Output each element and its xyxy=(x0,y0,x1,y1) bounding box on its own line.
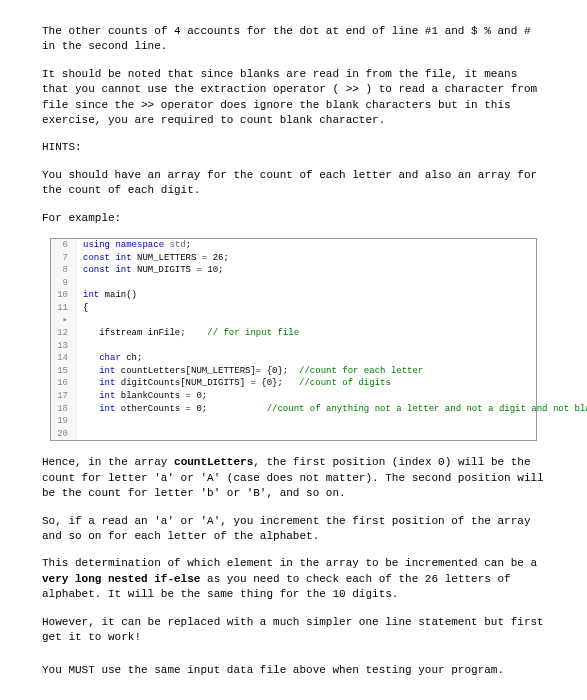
line-number: 10 xyxy=(51,289,77,302)
p5-bold: countLetters xyxy=(174,456,253,468)
line-number: 16 xyxy=(51,377,77,390)
code-row: 11 ▸{ xyxy=(51,302,536,327)
code-line: int digitCounts[NUM_DIGITS] = {0}; //cou… xyxy=(77,377,391,390)
code-row: 14 char ch; xyxy=(51,352,536,365)
paragraph-9: You MUST use the same input data file ab… xyxy=(42,663,545,678)
paragraph-1: The other counts of 4 accounts for the d… xyxy=(42,24,545,55)
code-row: 20 xyxy=(51,428,536,441)
paragraph-8: However, it can be replaced with a much … xyxy=(42,615,545,646)
code-line: int otherCounts = 0; //count of anything… xyxy=(77,403,587,416)
code-line: using namespace std; xyxy=(77,239,191,252)
code-row: 13 xyxy=(51,340,536,353)
code-row: 6using namespace std; xyxy=(51,239,536,252)
code-row: 10int main() xyxy=(51,289,536,302)
line-number: 20 xyxy=(51,428,77,441)
code-row: 16 int digitCounts[NUM_DIGITS] = {0}; //… xyxy=(51,377,536,390)
paragraph-2: It should be noted that since blanks are… xyxy=(42,67,545,129)
code-line: int countLetters[NUM_LETTERS]= {0}; //co… xyxy=(77,365,423,378)
line-number: 13 xyxy=(51,340,77,353)
line-number: 18 xyxy=(51,403,77,416)
paragraph-3: You should have an array for the count o… xyxy=(42,168,545,199)
code-line: int blankCounts = 0; xyxy=(77,390,207,403)
code-line: const int NUM_LETTERS = 26; xyxy=(77,252,229,265)
code-row: 9 xyxy=(51,277,536,290)
line-number: 14 xyxy=(51,352,77,365)
code-line xyxy=(77,428,83,441)
line-number: 15 xyxy=(51,365,77,378)
code-line xyxy=(77,277,83,290)
p7-bold: very long nested if-else xyxy=(42,573,200,585)
code-row: 15 int countLetters[NUM_LETTERS]= {0}; /… xyxy=(51,365,536,378)
code-block: 6using namespace std;7const int NUM_LETT… xyxy=(50,238,537,442)
paragraph-6: So, if a read an 'a' or 'A', you increme… xyxy=(42,514,545,545)
paragraph-7: This determination of which element in t… xyxy=(42,556,545,602)
code-line: { xyxy=(77,302,88,327)
code-row: 19 xyxy=(51,415,536,428)
code-row: 12 ifstream inFile; // for input file xyxy=(51,327,536,340)
line-number: 11 ▸ xyxy=(51,302,77,327)
code-line: ifstream inFile; // for input file xyxy=(77,327,299,340)
line-number: 9 xyxy=(51,277,77,290)
code-line: int main() xyxy=(77,289,137,302)
code-line xyxy=(77,340,83,353)
code-row: 7const int NUM_LETTERS = 26; xyxy=(51,252,536,265)
paragraph-5: Hence, in the array countLetters, the fi… xyxy=(42,455,545,501)
line-number: 7 xyxy=(51,252,77,265)
code-row: 18 int otherCounts = 0; //count of anyth… xyxy=(51,403,536,416)
code-line: const int NUM_DIGITS = 10; xyxy=(77,264,223,277)
line-number: 6 xyxy=(51,239,77,252)
line-number: 17 xyxy=(51,390,77,403)
code-line: char ch; xyxy=(77,352,142,365)
p5-text-a: Hence, in the array xyxy=(42,456,174,468)
code-line xyxy=(77,415,83,428)
code-row: 17 int blankCounts = 0; xyxy=(51,390,536,403)
line-number: 19 xyxy=(51,415,77,428)
paragraph-4: For example: xyxy=(42,211,545,226)
p7-text-a: This determination of which element in t… xyxy=(42,557,537,569)
line-number: 8 xyxy=(51,264,77,277)
line-number: 12 xyxy=(51,327,77,340)
hints-heading: HINTS: xyxy=(42,140,545,155)
code-row: 8const int NUM_DIGITS = 10; xyxy=(51,264,536,277)
